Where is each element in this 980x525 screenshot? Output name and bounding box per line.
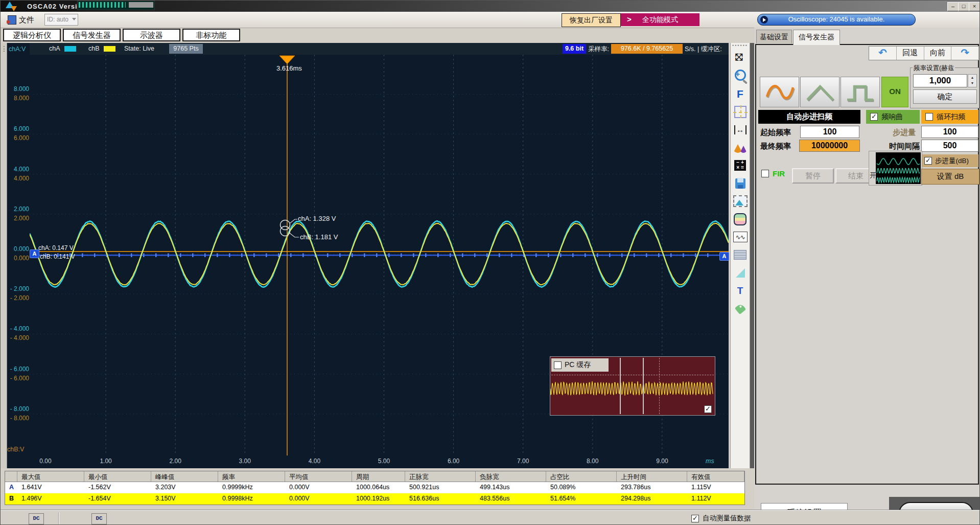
panel-tab-0[interactable]: 基础设置	[756, 30, 792, 43]
auto-measure-checkbox[interactable]	[691, 515, 699, 522]
output-on-button[interactable]: ON	[881, 77, 908, 107]
panel-divider[interactable]	[750, 43, 754, 468]
start-freq-input[interactable]: 100	[800, 126, 859, 138]
response-curve-option[interactable]: 频响曲	[866, 110, 920, 124]
tool-tag[interactable]	[732, 301, 749, 316]
pc-buffer-checkbox[interactable]	[554, 361, 562, 369]
tool-grid-cursor[interactable]	[732, 104, 749, 120]
main-tab-1[interactable]: 信号发生器	[63, 29, 121, 41]
response-curve-checkbox[interactable]	[870, 113, 878, 121]
col-header[interactable]: 负脉宽	[476, 471, 546, 482]
h-measure-icon	[734, 125, 746, 134]
measure-value: 483.556us	[476, 493, 546, 505]
step-label: 步进量	[893, 128, 916, 138]
tool-ref-wave[interactable]	[732, 229, 749, 245]
col-header[interactable]: 占空比	[546, 471, 617, 482]
tool-zoom-in[interactable]	[732, 68, 749, 84]
file-menu[interactable]: 文件	[8, 14, 34, 26]
inset-window-line-1[interactable]	[620, 358, 621, 414]
auto-measure-option[interactable]: 自动测量值数据	[691, 514, 751, 523]
zoom-in-icon	[735, 70, 746, 81]
forward-button[interactable]: 向前	[924, 47, 952, 60]
history-nav: ↶ 回退 向前 ↷	[869, 46, 979, 60]
frequency-confirm-button[interactable]: 确定	[913, 89, 977, 104]
trigger-marker-right[interactable]: A	[719, 252, 729, 261]
tool-save[interactable]	[732, 175, 749, 191]
tool-expand[interactable]	[732, 50, 749, 66]
tool-spectrum[interactable]	[732, 140, 749, 155]
tool-ruler[interactable]	[732, 265, 749, 281]
fir-option[interactable]: FIR	[761, 169, 785, 178]
tool-channels[interactable]	[732, 211, 749, 227]
tool-h-measure[interactable]	[732, 122, 749, 138]
coupling-a-button[interactable]: DC	[29, 513, 44, 524]
tool-image[interactable]	[732, 193, 749, 209]
panel-tab-1[interactable]: 信号发生器	[793, 30, 840, 45]
interval-input[interactable]: 500	[921, 140, 978, 152]
table-row[interactable]: B1.496V-1.654V3.150V0.9998kHz0.000V1000.…	[5, 493, 744, 505]
interval-label: 时间间隔	[889, 142, 920, 151]
fft-icon	[737, 88, 743, 100]
device-id-dropdown[interactable]: ID: auto	[44, 14, 78, 26]
main-tab-3[interactable]: 非标功能	[182, 29, 240, 41]
square-wave-button[interactable]	[841, 77, 880, 107]
cursor-chb-readout: chB: 1.181 V	[300, 233, 338, 241]
frequency-input[interactable]: 1,000	[913, 74, 967, 87]
close-button[interactable]: ×	[969, 2, 980, 11]
set-db-button[interactable]: 设置 dB	[921, 169, 979, 185]
col-header[interactable]: 最小值	[84, 471, 151, 482]
redo-button[interactable]: ↷	[951, 47, 978, 60]
col-header[interactable]: 平均值	[285, 471, 352, 482]
tool-text[interactable]	[732, 283, 749, 299]
col-header[interactable]: 有效值	[687, 471, 744, 482]
col-header[interactable]: 正脉宽	[405, 471, 476, 482]
pc-buffer-label: PC 缓存	[565, 360, 591, 370]
main-tab-0[interactable]: 逻辑分析仪	[3, 29, 61, 41]
undo-button[interactable]: ↶	[869, 47, 897, 60]
table-row[interactable]: A1.641V-1.562V3.203V0.9999kHz0.000V1000.…	[5, 482, 744, 493]
sine-wave-button[interactable]	[760, 77, 799, 107]
end-freq-input[interactable]: 10000000	[799, 140, 860, 152]
trigger-marker-left[interactable]: A	[30, 249, 39, 258]
channel-a-color-swatch[interactable]	[64, 46, 76, 52]
loop-sweep-option[interactable]: 循环扫频	[921, 110, 978, 124]
tool-table[interactable]	[732, 247, 749, 263]
tool-fft[interactable]	[732, 86, 749, 102]
channel-b-color-swatch[interactable]	[104, 46, 115, 52]
col-header[interactable]: 最大值	[17, 471, 84, 482]
maximize-button[interactable]: □	[958, 2, 969, 11]
ruler-icon	[736, 268, 745, 278]
statusbar-divider	[58, 512, 59, 524]
inset-corner-checkbox[interactable]	[704, 405, 712, 413]
step-db-checkbox[interactable]	[924, 157, 932, 165]
col-header[interactable]: 频率	[218, 471, 285, 482]
y-tick-a: - 6.000	[5, 366, 29, 373]
row-label-header[interactable]	[5, 471, 17, 482]
sweep-preview-button[interactable]: 开	[869, 151, 922, 186]
row-label: A	[5, 482, 17, 493]
full-function-mode-button[interactable]: > 全功能模式	[621, 13, 699, 26]
frequency-spinner[interactable]: ▲▼	[968, 74, 977, 87]
step-input[interactable]: 100	[921, 126, 978, 138]
restore-factory-button[interactable]: 恢复出厂设置	[562, 13, 621, 27]
tool-math[interactable]	[732, 157, 749, 173]
toolbar-drag-handle[interactable]: ••••••	[731, 43, 750, 48]
coupling-b-button[interactable]: DC	[91, 513, 107, 524]
pc-buffer-checkbox-row[interactable]: PC 缓存	[551, 358, 609, 372]
back-button[interactable]: 回退	[897, 47, 924, 60]
save-icon	[735, 178, 745, 189]
step-db-option[interactable]: 步进量(dB)	[921, 154, 978, 167]
col-header[interactable]: 峰峰值	[151, 471, 218, 482]
col-header[interactable]: 上升时间	[617, 471, 687, 482]
pause-button[interactable]: 暂停	[792, 168, 834, 184]
triangle-wave-button[interactable]	[800, 77, 839, 107]
minimize-button[interactable]: –	[947, 2, 959, 11]
loop-sweep-checkbox[interactable]	[925, 113, 933, 121]
table-header-row: 最大值最小值峰峰值频率平均值周期正脉宽负脉宽占空比上升时间有效值	[5, 471, 744, 482]
inset-window-line-2[interactable]	[643, 358, 644, 414]
main-tab-2[interactable]: 示波器	[123, 29, 180, 41]
col-header[interactable]: 周期	[352, 471, 405, 482]
sample-rate-value[interactable]: 976.6K / 9.765625	[611, 44, 683, 54]
chevron-down-icon	[72, 18, 76, 20]
fir-checkbox[interactable]	[761, 170, 769, 177]
